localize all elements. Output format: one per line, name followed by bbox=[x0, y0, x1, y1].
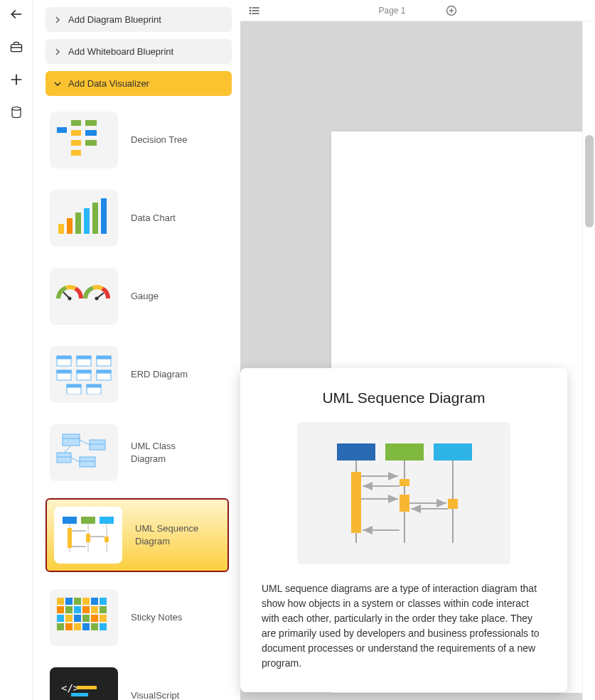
svg-rect-9 bbox=[85, 120, 97, 126]
svg-rect-70 bbox=[65, 606, 73, 613]
accordion-label: Add Diagram Blueprint bbox=[68, 14, 161, 25]
svg-point-23 bbox=[95, 297, 99, 301]
svg-rect-19 bbox=[101, 198, 107, 234]
viz-thumb-sticky-notes bbox=[50, 589, 118, 646]
svg-rect-85 bbox=[91, 623, 98, 630]
viz-item-gauge[interactable]: Gauge bbox=[45, 264, 229, 329]
viz-thumb-decision-tree bbox=[50, 112, 118, 168]
svg-rect-25 bbox=[57, 356, 71, 359]
accordion-diagram-blueprint[interactable]: Add Diagram Blueprint bbox=[45, 7, 232, 32]
viz-label: VisualScript bbox=[131, 689, 179, 700]
svg-rect-12 bbox=[71, 150, 81, 156]
svg-rect-15 bbox=[67, 218, 73, 234]
svg-rect-81 bbox=[57, 623, 64, 630]
accordion-data-visualizer[interactable]: Add Data Visualizer bbox=[45, 71, 232, 96]
scrollbar-thumb[interactable] bbox=[585, 135, 594, 227]
viz-item-uml-sequence[interactable]: UML Sequence Diagram bbox=[45, 498, 229, 572]
svg-rect-68 bbox=[100, 598, 107, 605]
plus-icon[interactable] bbox=[8, 71, 25, 88]
svg-rect-79 bbox=[91, 615, 98, 622]
svg-line-48 bbox=[64, 446, 71, 453]
svg-rect-69 bbox=[57, 606, 64, 613]
page-tab[interactable]: Page 1 bbox=[378, 6, 405, 16]
svg-rect-13 bbox=[85, 140, 97, 146]
left-icon-rail bbox=[0, 0, 33, 700]
page-list-icon[interactable] bbox=[249, 5, 260, 16]
svg-point-96 bbox=[250, 13, 251, 14]
svg-rect-65 bbox=[74, 598, 81, 605]
viz-item-data-chart[interactable]: Data Chart bbox=[45, 185, 229, 251]
viz-label: Data Chart bbox=[131, 212, 176, 225]
svg-rect-29 bbox=[97, 356, 111, 359]
viz-item-decision-tree[interactable]: Decision Tree bbox=[45, 107, 229, 173]
svg-rect-53 bbox=[100, 517, 114, 524]
svg-rect-51 bbox=[63, 517, 77, 524]
viz-thumb-uml-sequence bbox=[54, 507, 122, 564]
database-icon[interactable] bbox=[8, 104, 25, 121]
svg-rect-37 bbox=[67, 384, 81, 387]
popover-figure bbox=[297, 422, 510, 564]
viz-thumb-data-chart bbox=[50, 190, 118, 247]
svg-rect-57 bbox=[68, 528, 72, 548]
chevron-right-icon bbox=[54, 16, 63, 23]
chevron-right-icon bbox=[54, 48, 63, 55]
popover-title: UML Sequence Diagram bbox=[262, 389, 546, 406]
briefcase-icon[interactable] bbox=[8, 38, 25, 55]
svg-rect-73 bbox=[91, 606, 98, 613]
svg-rect-1 bbox=[11, 45, 21, 52]
back-arrow-icon[interactable] bbox=[8, 6, 25, 23]
viz-label: Decision Tree bbox=[131, 134, 187, 146]
viz-label: UML Class Diagram bbox=[131, 440, 209, 465]
svg-rect-7 bbox=[71, 120, 81, 126]
svg-rect-76 bbox=[65, 615, 73, 622]
svg-rect-18 bbox=[92, 203, 98, 234]
viz-label: Sticky Notes bbox=[131, 611, 182, 624]
popover-description: UML sequence diagrams are a type of inte… bbox=[262, 581, 546, 671]
svg-rect-89 bbox=[71, 693, 88, 696]
svg-rect-46 bbox=[80, 457, 95, 467]
svg-text:</>: </> bbox=[61, 682, 79, 694]
svg-line-49 bbox=[80, 440, 90, 445]
canvas-scrollbar[interactable] bbox=[582, 21, 595, 700]
svg-rect-31 bbox=[57, 370, 71, 373]
viz-label: Gauge bbox=[131, 290, 159, 303]
svg-rect-88 bbox=[77, 686, 97, 689]
svg-rect-80 bbox=[100, 615, 107, 622]
svg-rect-66 bbox=[82, 598, 90, 605]
svg-rect-74 bbox=[100, 606, 107, 613]
svg-rect-82 bbox=[65, 623, 73, 630]
svg-rect-107 bbox=[400, 479, 409, 486]
svg-rect-67 bbox=[91, 598, 98, 605]
svg-rect-59 bbox=[104, 537, 109, 542]
accordion-whiteboard-blueprint[interactable]: Add Whiteboard Blueprint bbox=[45, 39, 232, 64]
viz-item-uml-class[interactable]: UML Class Diagram bbox=[45, 420, 229, 485]
viz-item-visualscript[interactable]: </> VisualScript bbox=[45, 663, 229, 700]
svg-rect-75 bbox=[57, 615, 64, 622]
svg-rect-42 bbox=[90, 440, 105, 450]
svg-rect-40 bbox=[63, 434, 80, 446]
svg-rect-77 bbox=[74, 615, 81, 622]
canvas-topbar: Page 1 bbox=[240, 0, 595, 21]
svg-rect-6 bbox=[57, 127, 67, 133]
svg-rect-86 bbox=[100, 623, 107, 630]
svg-rect-35 bbox=[97, 370, 111, 373]
svg-point-95 bbox=[250, 10, 251, 11]
svg-rect-14 bbox=[58, 224, 64, 234]
svg-rect-33 bbox=[77, 370, 91, 373]
visualizer-popover: UML Sequence Diagram bbox=[240, 368, 567, 692]
viz-item-sticky-notes[interactable]: Sticky Notes bbox=[45, 585, 229, 650]
svg-rect-17 bbox=[84, 208, 90, 234]
svg-rect-78 bbox=[82, 615, 90, 622]
svg-rect-44 bbox=[57, 453, 71, 463]
viz-thumb-erd bbox=[50, 346, 118, 403]
add-page-icon[interactable] bbox=[446, 5, 457, 16]
svg-rect-106 bbox=[351, 472, 361, 533]
sidebar-panel: Add Diagram Blueprint Add Whiteboard Blu… bbox=[33, 0, 240, 700]
viz-thumb-gauge bbox=[50, 268, 118, 325]
svg-rect-11 bbox=[71, 140, 81, 146]
svg-rect-39 bbox=[87, 384, 101, 387]
svg-rect-101 bbox=[385, 443, 424, 461]
chevron-down-icon bbox=[54, 80, 63, 87]
svg-rect-71 bbox=[74, 606, 81, 613]
viz-item-erd-diagram[interactable]: ERD Diagram bbox=[45, 342, 229, 407]
